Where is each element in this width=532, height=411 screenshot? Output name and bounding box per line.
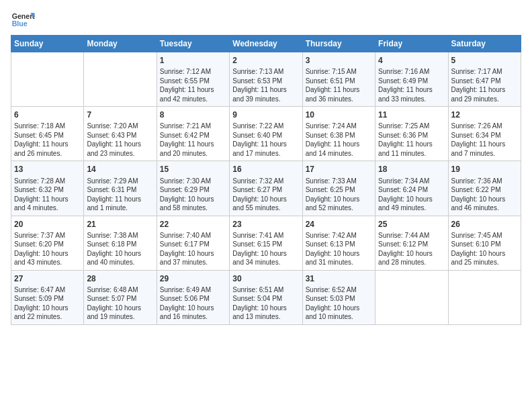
day-number: 11 (378, 109, 445, 120)
calendar-week-row: 1Sunrise: 7:12 AM Sunset: 6:55 PM Daylig… (11, 52, 521, 107)
calendar-cell: 15Sunrise: 7:30 AM Sunset: 6:29 PM Dayli… (157, 161, 229, 216)
day-number: 4 (378, 55, 445, 66)
calendar-cell: 1Sunrise: 7:12 AM Sunset: 6:55 PM Daylig… (157, 52, 229, 107)
weekday-header: Friday (375, 36, 448, 52)
calendar-cell: 16Sunrise: 7:32 AM Sunset: 6:27 PM Dayli… (230, 161, 302, 216)
calendar-cell: 20Sunrise: 7:37 AM Sunset: 6:20 PM Dayli… (11, 216, 84, 270)
day-number: 25 (378, 219, 445, 230)
svg-text:Blue: Blue (12, 19, 28, 28)
day-number: 22 (160, 219, 226, 230)
logo: General Blue (11, 11, 35, 30)
calendar-header-row: SundayMondayTuesdayWednesdayThursdayFrid… (11, 36, 521, 52)
day-info: Sunrise: 7:29 AM Sunset: 6:31 PM Dayligh… (87, 177, 153, 213)
weekday-header: Thursday (302, 36, 375, 52)
calendar-cell: 6Sunrise: 7:18 AM Sunset: 6:45 PM Daylig… (11, 107, 84, 161)
day-number: 27 (14, 273, 81, 284)
calendar-week-row: 20Sunrise: 7:37 AM Sunset: 6:20 PM Dayli… (11, 216, 521, 270)
day-info: Sunrise: 7:30 AM Sunset: 6:29 PM Dayligh… (160, 177, 226, 213)
day-info: Sunrise: 7:34 AM Sunset: 6:24 PM Dayligh… (378, 177, 445, 213)
day-info: Sunrise: 7:26 AM Sunset: 6:34 PM Dayligh… (451, 122, 518, 158)
day-number: 3 (306, 55, 372, 66)
day-info: Sunrise: 7:16 AM Sunset: 6:49 PM Dayligh… (378, 67, 445, 103)
day-number: 29 (160, 273, 226, 284)
weekday-header: Monday (84, 36, 157, 52)
day-number: 21 (87, 219, 153, 230)
calendar-cell (84, 52, 157, 107)
day-info: Sunrise: 6:49 AM Sunset: 5:06 PM Dayligh… (160, 285, 226, 322)
day-info: Sunrise: 6:52 AM Sunset: 5:03 PM Dayligh… (306, 285, 372, 322)
day-number: 16 (232, 164, 299, 175)
calendar-cell: 14Sunrise: 7:29 AM Sunset: 6:31 PM Dayli… (84, 161, 157, 216)
day-info: Sunrise: 7:25 AM Sunset: 6:36 PM Dayligh… (378, 122, 445, 158)
day-info: Sunrise: 6:47 AM Sunset: 5:09 PM Dayligh… (14, 285, 81, 322)
calendar-cell: 11Sunrise: 7:25 AM Sunset: 6:36 PM Dayli… (375, 107, 448, 161)
calendar-table: SundayMondayTuesdayWednesdayThursdayFrid… (11, 35, 521, 325)
day-info: Sunrise: 7:37 AM Sunset: 6:20 PM Dayligh… (14, 231, 81, 267)
calendar-cell: 8Sunrise: 7:21 AM Sunset: 6:42 PM Daylig… (157, 107, 229, 161)
day-info: Sunrise: 7:40 AM Sunset: 6:17 PM Dayligh… (160, 231, 226, 267)
day-info: Sunrise: 7:36 AM Sunset: 6:22 PM Dayligh… (451, 177, 518, 213)
day-number: 1 (160, 55, 226, 66)
day-info: Sunrise: 7:21 AM Sunset: 6:42 PM Dayligh… (160, 122, 226, 158)
day-number: 31 (306, 273, 372, 284)
day-info: Sunrise: 6:51 AM Sunset: 5:04 PM Dayligh… (232, 285, 299, 322)
day-info: Sunrise: 7:17 AM Sunset: 6:47 PM Dayligh… (451, 67, 518, 103)
calendar-week-row: 6Sunrise: 7:18 AM Sunset: 6:45 PM Daylig… (11, 107, 521, 161)
day-info: Sunrise: 7:45 AM Sunset: 6:10 PM Dayligh… (451, 231, 518, 267)
day-info: Sunrise: 7:38 AM Sunset: 6:18 PM Dayligh… (87, 231, 153, 267)
calendar-cell: 10Sunrise: 7:24 AM Sunset: 6:38 PM Dayli… (302, 107, 375, 161)
calendar-cell: 12Sunrise: 7:26 AM Sunset: 6:34 PM Dayli… (448, 107, 521, 161)
day-info: Sunrise: 7:18 AM Sunset: 6:45 PM Dayligh… (14, 122, 81, 158)
day-number: 18 (378, 164, 445, 175)
day-info: Sunrise: 7:28 AM Sunset: 6:32 PM Dayligh… (14, 177, 81, 213)
calendar-cell: 21Sunrise: 7:38 AM Sunset: 6:18 PM Dayli… (84, 216, 157, 270)
calendar-cell: 2Sunrise: 7:13 AM Sunset: 6:53 PM Daylig… (230, 52, 302, 107)
calendar-cell: 27Sunrise: 6:47 AM Sunset: 5:09 PM Dayli… (11, 270, 84, 324)
weekday-header: Wednesday (230, 36, 302, 52)
calendar-cell (375, 270, 448, 324)
calendar-cell: 26Sunrise: 7:45 AM Sunset: 6:10 PM Dayli… (448, 216, 521, 270)
calendar-cell: 18Sunrise: 7:34 AM Sunset: 6:24 PM Dayli… (375, 161, 448, 216)
day-info: Sunrise: 7:42 AM Sunset: 6:13 PM Dayligh… (306, 231, 372, 267)
svg-text:General: General (12, 12, 35, 20)
day-info: Sunrise: 7:41 AM Sunset: 6:15 PM Dayligh… (232, 231, 299, 267)
day-number: 13 (14, 164, 81, 175)
calendar-cell: 29Sunrise: 6:49 AM Sunset: 5:06 PM Dayli… (157, 270, 229, 324)
calendar-cell: 7Sunrise: 7:20 AM Sunset: 6:43 PM Daylig… (84, 107, 157, 161)
calendar-cell: 13Sunrise: 7:28 AM Sunset: 6:32 PM Dayli… (11, 161, 84, 216)
calendar-cell: 24Sunrise: 7:42 AM Sunset: 6:13 PM Dayli… (302, 216, 375, 270)
day-number: 5 (451, 55, 518, 66)
calendar-cell (11, 52, 84, 107)
calendar-cell: 31Sunrise: 6:52 AM Sunset: 5:03 PM Dayli… (302, 270, 375, 324)
day-info: Sunrise: 7:33 AM Sunset: 6:25 PM Dayligh… (306, 177, 372, 213)
calendar-cell: 30Sunrise: 6:51 AM Sunset: 5:04 PM Dayli… (230, 270, 302, 324)
calendar-week-row: 27Sunrise: 6:47 AM Sunset: 5:09 PM Dayli… (11, 270, 521, 324)
calendar-cell: 28Sunrise: 6:48 AM Sunset: 5:07 PM Dayli… (84, 270, 157, 324)
calendar-cell: 25Sunrise: 7:44 AM Sunset: 6:12 PM Dayli… (375, 216, 448, 270)
calendar-cell: 23Sunrise: 7:41 AM Sunset: 6:15 PM Dayli… (230, 216, 302, 270)
day-number: 23 (232, 219, 299, 230)
day-info: Sunrise: 7:12 AM Sunset: 6:55 PM Dayligh… (160, 67, 226, 103)
day-number: 2 (232, 55, 299, 66)
day-number: 20 (14, 219, 81, 230)
calendar-cell: 22Sunrise: 7:40 AM Sunset: 6:17 PM Dayli… (157, 216, 229, 270)
day-number: 26 (451, 219, 518, 230)
calendar-week-row: 13Sunrise: 7:28 AM Sunset: 6:32 PM Dayli… (11, 161, 521, 216)
day-info: Sunrise: 7:15 AM Sunset: 6:51 PM Dayligh… (306, 67, 372, 103)
day-number: 7 (87, 109, 153, 120)
calendar-cell: 3Sunrise: 7:15 AM Sunset: 6:51 PM Daylig… (302, 52, 375, 107)
day-number: 19 (451, 164, 518, 175)
day-number: 15 (160, 164, 226, 175)
day-number: 14 (87, 164, 153, 175)
calendar-cell: 5Sunrise: 7:17 AM Sunset: 6:47 PM Daylig… (448, 52, 521, 107)
day-number: 10 (306, 109, 372, 120)
weekday-header: Tuesday (157, 36, 229, 52)
day-number: 8 (160, 109, 226, 120)
weekday-header: Sunday (11, 36, 84, 52)
day-info: Sunrise: 7:32 AM Sunset: 6:27 PM Dayligh… (232, 177, 299, 213)
day-number: 12 (451, 109, 518, 120)
calendar-cell: 19Sunrise: 7:36 AM Sunset: 6:22 PM Dayli… (448, 161, 521, 216)
page-header: General Blue (11, 11, 521, 30)
calendar-cell: 17Sunrise: 7:33 AM Sunset: 6:25 PM Dayli… (302, 161, 375, 216)
day-info: Sunrise: 7:13 AM Sunset: 6:53 PM Dayligh… (232, 67, 299, 103)
